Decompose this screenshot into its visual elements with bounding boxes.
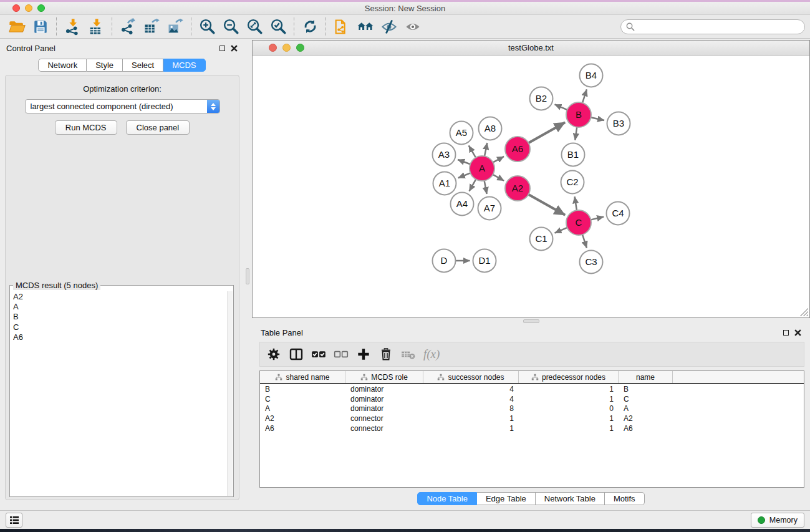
tab-network[interactable]: Network [38,59,87,72]
mcds-result-item[interactable]: A2 [13,292,227,302]
graph-node[interactable]: C3 [580,251,603,274]
graph-node[interactable]: A7 [478,197,501,220]
mcds-result-item[interactable]: A [13,302,227,312]
criterion-select[interactable]: largest connected component (directed) [25,99,220,114]
graph-node[interactable]: A6 [505,137,530,162]
graph-edge[interactable] [485,181,487,194]
graph-node[interactable]: C2 [561,171,584,194]
graph-edge[interactable] [555,228,567,233]
mcds-result-item[interactable]: B [13,312,227,322]
network-graph[interactable]: B4B2BB3A5A8A6B1A3AA1A2C2A4A7CC4C1C3DD1 [253,56,809,318]
table-row[interactable]: A2connector11A2 [260,414,804,423]
graph-node[interactable]: B2 [530,87,553,110]
import-table-button[interactable] [84,16,108,37]
graph-node[interactable]: A3 [433,143,456,167]
graph-edge[interactable] [485,143,487,156]
save-session-button[interactable] [29,16,52,37]
graph-node[interactable]: B1 [562,143,585,167]
tab-node-table[interactable]: Node Table [417,492,477,505]
graph-edge[interactable] [493,175,504,181]
graph-node[interactable]: A2 [505,176,530,201]
graph-edge[interactable] [582,235,587,248]
open-session-button[interactable] [5,16,29,37]
close-panel-icon[interactable] [794,329,801,336]
zoom-fit-button[interactable] [243,16,266,37]
export-table-button[interactable] [140,16,163,37]
graph-edge[interactable] [575,127,577,140]
panel-menu-button[interactable] [6,513,22,528]
close-panel-icon[interactable] [231,45,238,52]
graph-edge[interactable] [528,195,565,215]
table-row[interactable]: Bdominator41B [260,384,804,394]
deselect-all-button[interactable] [331,344,351,364]
tab-motifs[interactable]: Motifs [605,492,645,505]
memory-button[interactable]: Memory [751,513,804,528]
float-panel-icon[interactable] [783,330,789,336]
float-panel-icon[interactable] [219,46,225,51]
new-network-from-file-button[interactable] [330,16,354,37]
graph-edge[interactable] [493,157,504,163]
graph-node[interactable]: B3 [607,112,630,135]
table-row[interactable]: Cdominator41C [260,394,804,404]
export-image-button[interactable] [163,16,187,37]
table-settings-button[interactable] [264,344,284,364]
show-graphics-details-button[interactable] [401,16,425,37]
result-scrollbar[interactable] [227,291,233,496]
graph-node[interactable]: D1 [473,249,496,273]
function-builder-button[interactable]: f(x) [421,347,442,361]
delete-table-button[interactable] [398,344,418,364]
delete-column-button[interactable] [376,344,396,364]
tab-mcds[interactable]: MCDS [163,59,205,72]
graph-node[interactable]: B4 [580,64,603,87]
graph-edge[interactable] [469,145,476,157]
graph-edge[interactable] [458,160,470,164]
mcds-result-item[interactable]: A6 [13,332,227,342]
network-window-titlebar[interactable]: testGlobe.txt [253,41,809,56]
graph-node[interactable]: C4 [607,202,630,225]
run-mcds-button[interactable]: Run MCDS [55,120,117,135]
splitter-handle[interactable] [523,319,539,323]
column-header-shared-name[interactable]: shared name [260,371,345,383]
graph-node[interactable]: D [433,249,456,273]
import-network-button[interactable] [60,16,84,37]
column-header-mcds-role[interactable]: MCDS role [345,371,423,383]
tab-edge-table[interactable]: Edge Table [477,492,536,505]
graph-node[interactable]: A5 [450,122,473,145]
table-row[interactable]: Adominator80A [260,404,804,414]
graph-node[interactable]: A [470,156,494,181]
graph-node[interactable]: C [566,210,591,235]
export-network-button[interactable] [116,16,140,37]
zoom-selected-button[interactable] [266,16,290,37]
home-button[interactable] [354,16,377,37]
resize-grip-icon[interactable] [800,308,808,316]
select-all-button[interactable] [309,344,329,364]
graph-edge[interactable] [575,196,577,210]
graph-edge[interactable] [582,89,587,103]
tab-network-table[interactable]: Network Table [536,492,605,505]
column-header-predecessor-nodes[interactable]: predecessor nodes [519,371,619,383]
graph-edge[interactable] [591,117,605,120]
column-header-successor-nodes[interactable]: successor nodes [423,371,519,383]
refresh-button[interactable] [298,16,322,37]
table-row[interactable]: A6connector11A6 [260,423,804,433]
zoom-in-button[interactable] [195,16,219,37]
create-column-button[interactable] [354,344,374,364]
graph-node[interactable]: A8 [479,117,502,140]
close-panel-button[interactable]: Close panel [126,120,190,135]
graph-node[interactable]: B [566,102,591,127]
network-canvas[interactable]: B4B2BB3A5A8A6B1A3AA1A2C2A4A7CC4C1C3DD1 [253,56,809,317]
zoom-out-button[interactable] [219,16,243,37]
graph-node[interactable]: A4 [451,193,474,216]
hide-graphics-details-button[interactable] [377,16,401,37]
graph-edge[interactable] [591,216,604,220]
vertical-splitter[interactable] [244,39,252,510]
graph-edge[interactable] [528,122,565,143]
graph-node[interactable]: A1 [433,172,456,195]
column-header-name[interactable]: name [619,371,673,383]
mcds-result-item[interactable]: C [13,322,227,332]
splitter-handle[interactable] [246,268,249,284]
graph-edge[interactable] [470,179,476,191]
show-columns-button[interactable] [286,344,306,364]
graph-edge[interactable] [458,173,471,178]
search-input[interactable] [620,19,805,34]
